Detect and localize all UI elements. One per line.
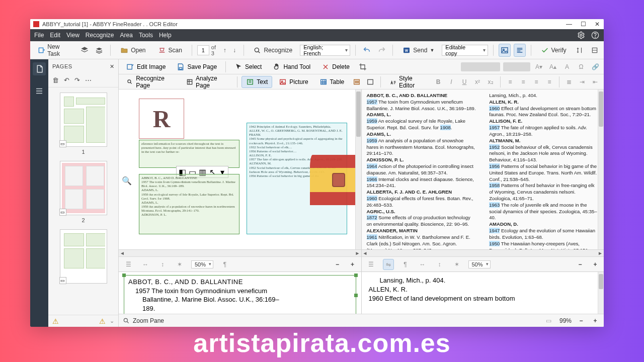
scan-button[interactable]: Scan	[153, 44, 187, 57]
thumbnail-2[interactable]: ▭	[60, 161, 107, 215]
menu-area[interactable]: Area	[120, 32, 133, 39]
table-area-button[interactable]: Table	[315, 76, 349, 88]
text-zoom-out[interactable]: −	[576, 260, 585, 269]
view-list2-icon[interactable]: ☰	[366, 259, 377, 270]
view-list-icon[interactable]: ☰	[123, 259, 134, 270]
fit-height-icon[interactable]: ↕	[157, 259, 168, 270]
underline-icon[interactable]: U	[459, 76, 470, 87]
zoom-text-region[interactable]: ABBOT, B. C., AND D. BALLANTINE 1957 The…	[124, 275, 356, 314]
menu-recognize[interactable]: Recognize	[86, 32, 114, 39]
image-hscrollbar[interactable]: ◄►	[119, 249, 361, 256]
text-region-3[interactable]: 1942 Principles of Animal Ecology. Saund…	[247, 123, 347, 234]
image-zoom-out[interactable]: −	[333, 260, 342, 269]
fit-page-icon[interactable]: ✶	[174, 259, 185, 270]
select-tool[interactable]: Select	[230, 61, 266, 73]
analyze-page-button[interactable]: Analyze Page	[182, 73, 233, 91]
layers-alt-icon[interactable]	[94, 44, 106, 57]
menu-edit[interactable]: Edit	[50, 32, 60, 39]
settings-icon[interactable]	[577, 31, 586, 40]
open-button[interactable]: Open	[116, 44, 150, 57]
close-button[interactable]: ✕	[594, 21, 601, 28]
status-zoom-dropdown[interactable]: 99%	[559, 317, 572, 324]
barcode-area-icon[interactable]	[351, 75, 362, 88]
hand-tool[interactable]: Hand Tool	[268, 61, 315, 73]
maximize-button[interactable]: ☐	[580, 21, 587, 28]
output-format-dropdown[interactable]: Editable copy	[442, 45, 488, 56]
font-name-box[interactable]	[461, 62, 500, 71]
edit-image-button[interactable]: Edit Image	[122, 61, 170, 73]
pages-close-icon[interactable]: ✕	[110, 63, 115, 70]
recognize-button[interactable]: Recognize	[249, 44, 297, 57]
zoom-image-pane[interactable]: ABBOT, B. C., AND D. BALLANTINE 1957 The…	[119, 272, 362, 314]
zoom-text-vscrollbar[interactable]	[598, 272, 604, 314]
pilcrow-icon[interactable]: ¶	[400, 259, 411, 270]
style-editor-button[interactable]: Style Editor	[385, 73, 431, 91]
status-layout-icon[interactable]: ▭	[543, 315, 554, 326]
image-zoom-dropdown[interactable]: 50%	[191, 260, 213, 268]
page-up-icon[interactable]: ↑	[221, 46, 228, 55]
text-zoom-in[interactable]: +	[591, 260, 600, 269]
align-left-icon[interactable]: ≡	[505, 76, 516, 87]
menu-view[interactable]: View	[66, 32, 79, 39]
show-marks-icon[interactable]: ¶	[219, 259, 230, 270]
help-icon[interactable]	[591, 31, 600, 40]
italic-icon[interactable]: I	[446, 76, 457, 87]
zoom-text-pane[interactable]: Lansing, Mich., p. 404. ALLEN, K. R. 196…	[362, 272, 604, 314]
text-canvas[interactable]: ABBOT, B. C., AND D. BALLANTINE1957 The …	[362, 89, 604, 249]
new-task-button[interactable]: New Task	[33, 41, 75, 60]
font-decrease-icon[interactable]: A▾	[533, 61, 544, 72]
language-dropdown[interactable]: English; French	[300, 45, 350, 56]
tool-misc-2-icon[interactable]	[589, 44, 601, 57]
fit-page2-icon[interactable]: ✶	[451, 259, 462, 270]
undo-icon[interactable]	[361, 44, 373, 57]
link-icon[interactable]: 🔗	[590, 61, 601, 72]
fit-width2-icon[interactable]: ↔	[417, 259, 428, 270]
layout-text-icon[interactable]	[514, 44, 526, 57]
rotate-left-icon[interactable]: ↶	[64, 76, 69, 84]
image-vscrollbar[interactable]	[355, 89, 361, 249]
font-reset-icon[interactable]: A	[561, 61, 573, 72]
bold-icon[interactable]: B	[433, 76, 444, 87]
menu-help[interactable]: Help	[159, 32, 172, 39]
pages-more-icon[interactable]: ⋯	[85, 76, 92, 84]
thumbnail-1[interactable]: ▭	[60, 93, 107, 147]
verify-button[interactable]: Verify	[536, 44, 571, 57]
minimize-button[interactable]: —	[566, 21, 573, 28]
fit-height2-icon[interactable]: ↕	[434, 259, 445, 270]
tool-misc-1-icon[interactable]	[574, 44, 586, 57]
align-center-icon[interactable]: ≡	[518, 76, 529, 87]
layers-icon[interactable]	[78, 44, 91, 57]
indent-icon[interactable]: ⇥	[577, 76, 588, 87]
menu-tools[interactable]: Tools	[139, 32, 153, 39]
thumbnail-3[interactable]: ▭	[60, 229, 107, 284]
text-vscrollbar[interactable]	[598, 89, 604, 249]
picture-area-button[interactable]: Picture	[274, 76, 312, 88]
zoom-pane-toggle[interactable]: Zoom Pane	[123, 317, 164, 324]
warning-icon-2[interactable]: ⚠	[99, 317, 106, 325]
superscript-icon[interactable]: x²	[472, 76, 483, 87]
image-zoom-in[interactable]: +	[348, 260, 357, 269]
text-region-2[interactable]: ABBOT, B. C., AND D. BALLANTINE 1957 The…	[139, 174, 239, 234]
omega-icon[interactable]: Ω	[576, 61, 587, 72]
list-strip-icon[interactable]	[33, 84, 46, 98]
text-region-1[interactable]: eference information for sources cited t…	[139, 140, 239, 168]
align-right-icon[interactable]: ≡	[531, 76, 542, 87]
outdent-icon[interactable]: ⇤	[590, 76, 601, 87]
pages-strip-icon[interactable]	[33, 62, 46, 75]
text-zoom-dropdown[interactable]: 50%	[468, 260, 491, 268]
align-justify-icon[interactable]: ≡	[544, 76, 555, 87]
save-page-button[interactable]: Save Page	[172, 61, 221, 73]
recognize-page-button[interactable]: Recognize Page	[122, 73, 180, 91]
font-increase-icon[interactable]: A▴	[547, 61, 558, 72]
background-area-icon[interactable]	[365, 75, 376, 88]
redo-icon[interactable]	[376, 44, 388, 57]
zoom-cursor-icon[interactable]: 🔍	[122, 176, 132, 186]
crop-icon[interactable]	[356, 60, 369, 73]
page-down-icon[interactable]: ↓	[230, 46, 238, 55]
dropcap-region[interactable]: R	[139, 99, 184, 139]
warning-icon[interactable]: ⚠	[52, 317, 59, 325]
status-zoom-in[interactable]: +	[591, 316, 600, 325]
image-canvas[interactable]: R eference information for sources cited…	[119, 89, 361, 249]
status-zoom-out[interactable]: −	[577, 316, 586, 325]
fit-width-icon[interactable]: ↔	[140, 259, 151, 270]
